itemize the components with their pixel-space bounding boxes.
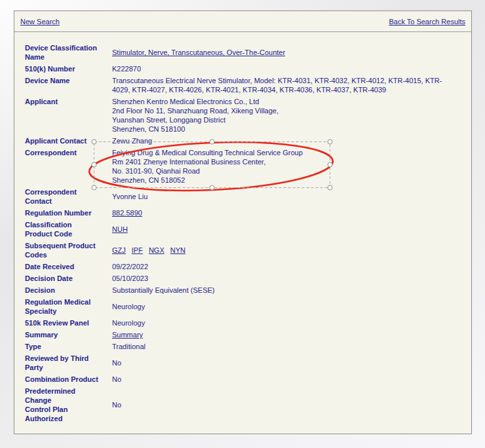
row-value: Summary — [112, 329, 457, 341]
product-code-link[interactable]: NYN — [170, 246, 185, 254]
row-value: Traditional — [112, 341, 457, 352]
row-value: 882.5890 — [112, 207, 457, 219]
table-row: Device Classification NameStimulator, Ne… — [25, 42, 457, 63]
new-search-link[interactable]: New Search — [20, 17, 60, 26]
row-value: Shenzhen Kentro Medical Electronics Co.,… — [112, 96, 457, 135]
row-label: Regulation Number — [25, 207, 112, 219]
row-label: Subsequent Product Codes — [25, 240, 112, 261]
table-row: ApplicantShenzhen Kentro Medical Electro… — [25, 96, 457, 135]
row-label: Correspondent — [25, 147, 112, 186]
row-label: Date Received — [25, 261, 112, 272]
row-value: NUH — [112, 219, 457, 240]
row-label: Applicant — [25, 96, 112, 135]
row-value: 05/10/2023 — [112, 272, 457, 284]
detail-content: Device Classification NameStimulator, Ne… — [14, 32, 471, 424]
table-row: Reviewed by Third PartyNo — [25, 352, 457, 373]
table-row: 510k Review PanelNeurology — [25, 317, 457, 329]
row-value: No — [112, 385, 457, 424]
table-row: Regulation Number882.5890 — [25, 207, 457, 219]
table-row: SummarySummary — [25, 329, 457, 341]
row-label: Combination Product — [25, 373, 112, 385]
row-value: K222870 — [112, 63, 457, 75]
table-row: Applicant ContactZewu Zhang — [25, 135, 457, 147]
value-link[interactable]: Summary — [112, 331, 143, 339]
row-value: No — [112, 352, 457, 373]
row-value: Transcutaneous Electrical Nerve Stimulat… — [112, 75, 457, 96]
row-label: Classification Product Code — [25, 219, 112, 240]
row-label: Device Classification Name — [25, 42, 112, 63]
back-to-search-results-link[interactable]: Back To Search Results — [389, 17, 465, 26]
row-label: Reviewed by Third Party — [25, 352, 112, 373]
product-code-link[interactable]: IPF — [132, 246, 143, 254]
results-panel: New Search Back To Search Results Device… — [14, 10, 472, 434]
product-code-link[interactable]: NGX — [149, 246, 165, 254]
navbar: New Search Back To Search Results — [14, 11, 471, 32]
table-row: DecisionSubstantially Equivalent (SESE) — [25, 284, 457, 296]
table-row: Decision Date05/10/2023 — [25, 272, 457, 284]
product-code-link[interactable]: GZJ — [112, 246, 126, 254]
row-value: Feiying Drug & Medical Consulting Techni… — [112, 147, 457, 186]
row-label: Correspondent Contact — [25, 186, 112, 207]
row-label: Applicant Contact — [25, 135, 112, 147]
table-row: Date Received09/22/2022 — [25, 261, 457, 272]
table-row: 510(k) NumberK222870 — [25, 63, 457, 75]
row-label: Predetermined Change Control Plan Author… — [25, 385, 112, 424]
row-label: Device Name — [25, 75, 112, 96]
row-label: Decision — [25, 284, 112, 296]
row-value: GZJIPFNGXNYN — [112, 240, 457, 261]
row-value: No — [112, 373, 457, 385]
row-value: Zewu Zhang — [112, 135, 457, 147]
row-label: Decision Date — [25, 272, 112, 284]
detail-table: Device Classification NameStimulator, Ne… — [25, 42, 457, 424]
table-row: Classification Product CodeNUH — [25, 219, 457, 240]
table-row: Regulation Medical SpecialtyNeurology — [25, 296, 457, 317]
row-label: Regulation Medical Specialty — [25, 296, 112, 317]
table-row: TypeTraditional — [25, 341, 457, 352]
value-link[interactable]: 882.5890 — [112, 209, 142, 217]
row-label: 510(k) Number — [25, 63, 112, 75]
table-row: Combination ProductNo — [25, 373, 457, 385]
row-label: Summary — [25, 329, 112, 341]
value-link[interactable]: Stimulator, Nerve, Transcutaneous, Over-… — [112, 48, 285, 56]
row-value: Stimulator, Nerve, Transcutaneous, Over-… — [112, 42, 457, 63]
row-label: Type — [25, 341, 112, 352]
row-value: Neurology — [112, 296, 457, 317]
table-row: CorrespondentFeiying Drug & Medical Cons… — [25, 147, 457, 186]
row-value: Substantially Equivalent (SESE) — [112, 284, 457, 296]
row-label: 510k Review Panel — [25, 317, 112, 329]
table-row: Device NameTranscutaneous Electrical Ner… — [25, 75, 457, 96]
row-value: 09/22/2022 — [112, 261, 457, 272]
row-value: Neurology — [112, 317, 457, 329]
table-row: Subsequent Product CodesGZJIPFNGXNYN — [25, 240, 457, 261]
table-row: Predetermined Change Control Plan Author… — [25, 385, 457, 424]
table-row: Correspondent ContactYvonne Liu — [25, 186, 457, 207]
row-value: Yvonne Liu — [112, 186, 457, 207]
value-link[interactable]: NUH — [112, 225, 128, 233]
